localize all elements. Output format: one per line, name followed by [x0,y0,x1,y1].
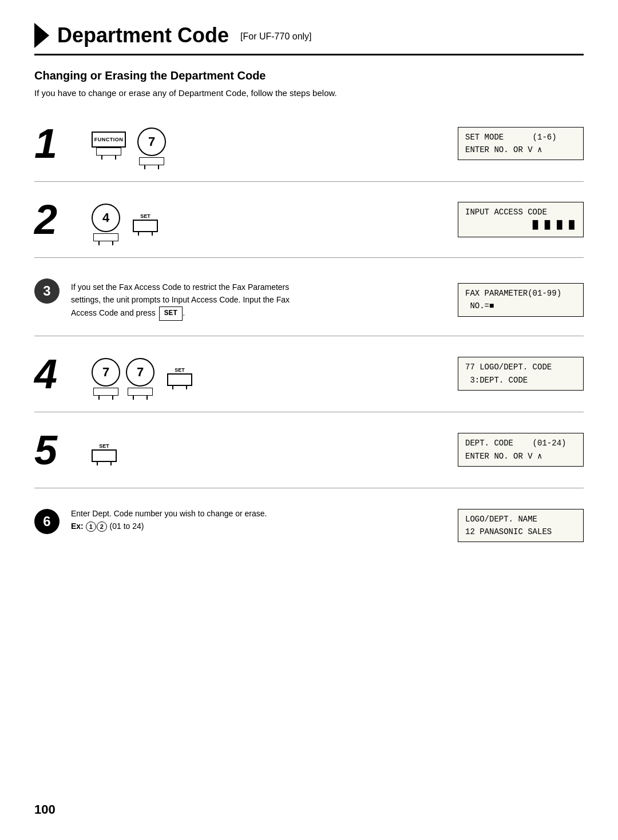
step-3-lcd: FAX PARAMETER(01-99) NO.=■ [458,283,584,317]
set-key-4-rect [167,373,192,386]
set-key-5-rect [92,449,117,462]
step-2-keys: 4 SET [92,198,158,241]
step-4-keys: 7 7 SET [92,352,192,396]
step-2-content: 4 SET INPUT ACCESS CODE █ █ █ █ [80,198,584,241]
step-4-row: 4 7 7 SET 77 LOGO/DEPT. [34,345,584,403]
step-4-content: 7 7 SET 77 LOGO/DEPT. CODE 3:DEPT. CODE [80,352,584,396]
set-key-4: SET [167,367,192,386]
divider-4 [34,412,584,412]
set-key-5-label: SET [99,443,109,449]
step-1-keys: FUNCTION 7 [92,122,166,165]
page-header: Department Code [For UF-770 only] [34,23,584,55]
step-6-row: 6 Enter Dept. Code number you wish to ch… [34,497,584,555]
key-7-tap [139,157,164,165]
page-title: Department Code [For UF-770 only] [57,23,312,47]
step-2-row: 2 4 SET INPUT ACCESS CODE █ █ █ █ [34,191,584,248]
key-7-btn: 7 [137,128,166,165]
key-7b-circle: 7 [126,358,154,387]
set-key-2: SET [133,213,158,232]
divider-3 [34,336,584,336]
step-6-lcd: LOGO/DEPT. NAME 12 PANASONIC SALES [458,509,584,543]
section-title: Changing or Erasing the Department Code [34,69,584,82]
step-4-lcd: 77 LOGO/DEPT. CODE 3:DEPT. CODE [458,357,584,391]
key-7a-tap [93,388,118,396]
divider-1 [34,181,584,182]
step-5-number: 5 [34,429,80,471]
key-7a-circle: 7 [92,358,120,387]
step-6-number: 6 [34,509,60,534]
key-7b-tap [128,388,153,396]
divider-2 [34,257,584,258]
step-5-row: 5 SET DEPT. CODE (01-24) ENTER NO. OR V … [34,421,584,479]
key-4-circle: 4 [92,204,120,232]
set-key-2-rect [133,220,158,232]
step-1-content: FUNCTION 7 SET MODE (1-6) ENTER NO. OR V… [80,122,584,165]
set-key-5: SET [92,443,117,462]
step-4-number: 4 [34,353,80,395]
step-2-lcd: INPUT ACCESS CODE █ █ █ █ [458,202,584,237]
page-number: 100 [34,802,56,817]
step-1-row: 1 FUNCTION 7 SET MODE (1-6) ENTER NO. OR… [34,115,584,172]
divider-5 [34,488,584,488]
header-arrow-icon [34,23,49,48]
step-3-content: If you set the Fax Access Code to restri… [60,278,584,321]
step-5-content: SET DEPT. CODE (01-24) ENTER NO. OR V ∧ [80,433,584,467]
set-key-2-label: SET [140,213,150,219]
circle-1-icon: 1 [86,521,96,532]
set-inline-button: SET [159,306,183,321]
step-6-example: Ex: 12 (01 to 24) [71,521,267,532]
function-key: FUNCTION [92,132,126,156]
key-4-btn: 4 [92,204,120,241]
step-6-text-block: Enter Dept. Code number you wish to chan… [71,509,267,532]
step-3-number: 3 [34,278,60,304]
section-intro: If you have to change or erase any of De… [34,88,584,98]
step-5-keys: SET [92,437,117,462]
steps-container: 1 FUNCTION 7 SET MODE (1-6) ENTER NO. OR… [34,115,584,555]
key-7-circle: 7 [137,128,166,156]
key-4-tap [93,233,118,241]
key-7a-btn: 7 [92,358,120,396]
step-2-number: 2 [34,199,80,240]
step-3-row: 3 If you set the Fax Access Code to rest… [34,267,584,327]
step-6-content: Enter Dept. Code number you wish to chan… [60,509,584,543]
step-3-text: If you set the Fax Access Code to restri… [71,281,300,321]
circle-2-icon: 2 [97,521,107,532]
step-1-number: 1 [34,123,80,164]
function-key-label: FUNCTION [92,132,126,148]
key-7b-btn: 7 [126,358,154,396]
set-key-4-label: SET [175,367,185,373]
function-key-tap [96,148,121,156]
step-6-main-text: Enter Dept. Code number you wish to chan… [71,509,267,518]
step-5-lcd: DEPT. CODE (01-24) ENTER NO. OR V ∧ [458,433,584,467]
step-1-lcd: SET MODE (1-6) ENTER NO. OR V ∧ [458,127,584,161]
